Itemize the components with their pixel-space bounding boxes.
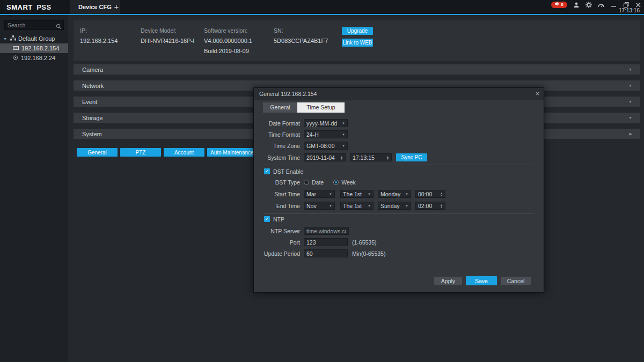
sync-pc-button[interactable]: Sync PC xyxy=(396,153,427,161)
minimize-button[interactable] xyxy=(611,2,617,8)
ntp-server-row: NTP Server xyxy=(254,227,535,235)
date-format-value: yyyy-MM-dd xyxy=(306,120,337,127)
general-settings-dialog: General 192.168.2.154 × General Time Set… xyxy=(253,87,544,293)
chevron-down-icon: ▼ xyxy=(405,193,408,196)
dst-week-radio[interactable] xyxy=(333,180,339,185)
spinner-arrows-icon[interactable]: ▲▼ xyxy=(440,204,443,208)
title-bar: SMART PSS Device CFG + 0 xyxy=(0,0,644,15)
update-period-range-hint: Min(0-65535) xyxy=(352,250,385,257)
tab-general[interactable]: General xyxy=(263,102,297,113)
close-button[interactable] xyxy=(636,3,641,8)
dashboard-gauge-icon[interactable] xyxy=(598,2,604,8)
model-column: Device Model: DHI-NVR4216-16P-I xyxy=(141,27,194,44)
alarm-badge[interactable]: 0 xyxy=(551,2,567,8)
system-general-button[interactable]: General xyxy=(77,148,118,157)
end-week-value: The 1st xyxy=(343,203,362,209)
start-clock-spinner[interactable]: 00:00 ▲▼ xyxy=(415,190,445,198)
dst-type-row: DST Type Date Week xyxy=(254,178,535,186)
dialog-title: General 192.168.2.154 xyxy=(259,91,317,97)
end-clock-spinner[interactable]: 02:00 ▲▼ xyxy=(415,202,445,210)
system-account-button[interactable]: Account xyxy=(164,148,204,157)
link-to-web-button[interactable]: Link to WEB xyxy=(342,39,373,47)
ntp-server-input[interactable] xyxy=(304,227,349,235)
time-zone-select[interactable]: GMT-08:00 ▼ xyxy=(304,142,348,150)
apply-button[interactable]: Apply xyxy=(434,277,462,285)
ntp-checkbox[interactable]: ✓ xyxy=(264,216,270,222)
settings-gear-icon[interactable] xyxy=(586,2,592,8)
clock: 17:13:16 xyxy=(619,8,640,13)
upgrade-button[interactable]: Upgrade xyxy=(342,27,373,35)
system-auto-maintenance-button[interactable]: Auto Maintenance xyxy=(207,148,257,157)
update-period-input[interactable] xyxy=(304,249,348,257)
end-month-select[interactable]: Nov ▼ xyxy=(304,202,335,210)
end-day-select[interactable]: Sunday ▼ xyxy=(378,202,411,210)
save-button[interactable]: Save xyxy=(466,276,497,285)
system-ptz-button[interactable]: PTZ xyxy=(120,148,161,157)
tree-device-label: 192.168.2.24 xyxy=(21,55,55,61)
search-box xyxy=(4,20,64,30)
system-clock-spinner[interactable]: 17:13:15 ▲▼ xyxy=(350,153,392,161)
date-format-select[interactable]: yyyy-MM-dd ▼ xyxy=(304,119,348,127)
ip-label: IP: xyxy=(80,27,118,34)
tree-expand-icon[interactable]: ▼ xyxy=(3,37,8,41)
build-value: Build:2019-08-09 xyxy=(204,48,252,54)
time-format-select[interactable]: 24-H ▼ xyxy=(304,130,348,138)
tree-group-default[interactable]: ▼ Default Group xyxy=(0,34,68,43)
dst-date-label: Date xyxy=(312,179,324,186)
dialog-buttons: Apply Save Cancel xyxy=(434,276,531,285)
end-day-value: Sunday xyxy=(380,203,400,209)
end-time-label: End Time xyxy=(254,203,304,209)
dialog-close-icon[interactable]: × xyxy=(536,88,539,100)
system-date-spinner[interactable]: 2019-11-04 ▲▼ xyxy=(304,153,346,161)
update-period-row: Update Period Min(0-65535) xyxy=(254,249,535,257)
dst-end-time-row: End Time Nov ▼ The 1st ▼ Sunday ▼ 02:00 … xyxy=(254,202,535,210)
dialog-title-bar: General 192.168.2.154 × xyxy=(254,88,544,100)
spinner-arrows-icon[interactable]: ▲▼ xyxy=(386,156,389,160)
dst-date-radio[interactable] xyxy=(304,180,309,185)
model-label: Device Model: xyxy=(141,27,194,34)
section-label: Network xyxy=(82,83,104,89)
dst-enable-checkbox[interactable]: ✓ xyxy=(264,168,270,174)
end-week-select[interactable]: The 1st ▼ xyxy=(340,202,374,210)
tab-time-setup[interactable]: Time Setup xyxy=(297,102,345,113)
speaker-icon xyxy=(555,2,559,8)
brand-pss: PSS xyxy=(36,3,52,11)
system-time-label: System Time xyxy=(254,154,304,161)
tree-device-item[interactable]: 192.168.2.24 xyxy=(0,53,68,63)
chevron-down-icon: ▼ xyxy=(628,84,632,87)
chevron-down-icon: ▼ xyxy=(628,100,632,104)
sn-column: SN: 5D083CCPAZ4B1F7 xyxy=(274,27,328,44)
system-time-row: System Time 2019-11-04 ▲▼ 17:13:15 ▲▼ Sy… xyxy=(254,153,535,161)
tree-device-item[interactable]: 192.168.2.154 xyxy=(0,43,68,53)
cancel-button[interactable]: Cancel xyxy=(501,277,531,285)
spinner-arrows-icon[interactable]: ▲▼ xyxy=(340,156,343,160)
start-month-value: Mar xyxy=(306,191,316,197)
port-input[interactable] xyxy=(304,238,348,246)
port-range-hint: (1-65535) xyxy=(352,239,377,246)
chevron-down-icon: ▼ xyxy=(329,193,332,196)
search-input[interactable] xyxy=(4,20,64,30)
chevron-down-icon: ▼ xyxy=(405,204,408,208)
start-month-select[interactable]: Mar ▼ xyxy=(304,190,335,198)
start-week-select[interactable]: The 1st ▼ xyxy=(340,190,374,198)
system-date-value: 2019-11-04 xyxy=(306,154,335,161)
chevron-down-icon: ▼ xyxy=(628,116,632,120)
user-icon[interactable] xyxy=(573,2,580,8)
chevron-down-icon: ▼ xyxy=(368,204,371,208)
start-day-select[interactable]: Monday ▼ xyxy=(378,190,411,198)
time-zone-label: Time Zone xyxy=(254,143,304,149)
restore-button[interactable] xyxy=(624,2,629,8)
ntp-server-label: NTP Server xyxy=(254,228,304,234)
ntp-enable-row: ✓ NTP xyxy=(264,216,284,223)
tree-group-label: Default Group xyxy=(18,35,55,42)
search-icon[interactable] xyxy=(56,22,62,32)
section-label: Storage xyxy=(82,115,103,121)
section-camera[interactable]: Camera ▼ xyxy=(74,64,640,75)
time-format-row: Time Format 24-H ▼ xyxy=(254,130,535,138)
camera-device-icon xyxy=(13,55,18,61)
nvr-device-icon xyxy=(13,45,19,51)
brand-smart: SMART xyxy=(6,3,33,11)
add-tab-button[interactable]: + xyxy=(111,0,122,14)
chevron-down-icon: ▼ xyxy=(329,204,332,208)
spinner-arrows-icon[interactable]: ▲▼ xyxy=(440,192,443,196)
